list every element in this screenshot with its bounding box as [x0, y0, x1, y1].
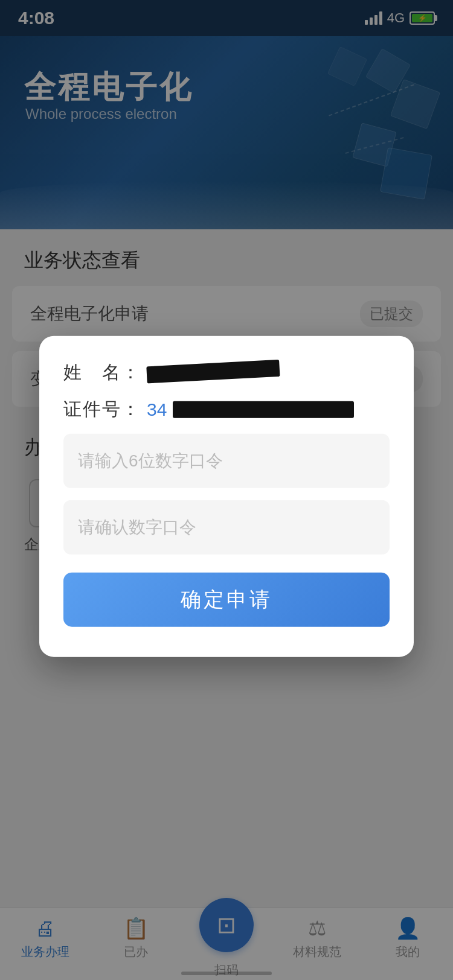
- modal-id-row: 证件号： 34: [63, 397, 390, 422]
- modal-name-label: 姓 名：: [63, 360, 141, 385]
- confirm-password-input[interactable]: [63, 500, 390, 555]
- modal-id-prefix: 34: [147, 399, 167, 419]
- submit-button[interactable]: 确定申请: [63, 573, 390, 627]
- id-redacted: [173, 401, 354, 418]
- modal-id-label: 证件号：: [63, 397, 141, 422]
- modal-dialog: 姓 名： 证件号： 34 确定申请: [39, 336, 414, 657]
- password-input[interactable]: [63, 434, 390, 488]
- name-redacted: [146, 359, 280, 383]
- modal-name-row: 姓 名：: [63, 360, 390, 385]
